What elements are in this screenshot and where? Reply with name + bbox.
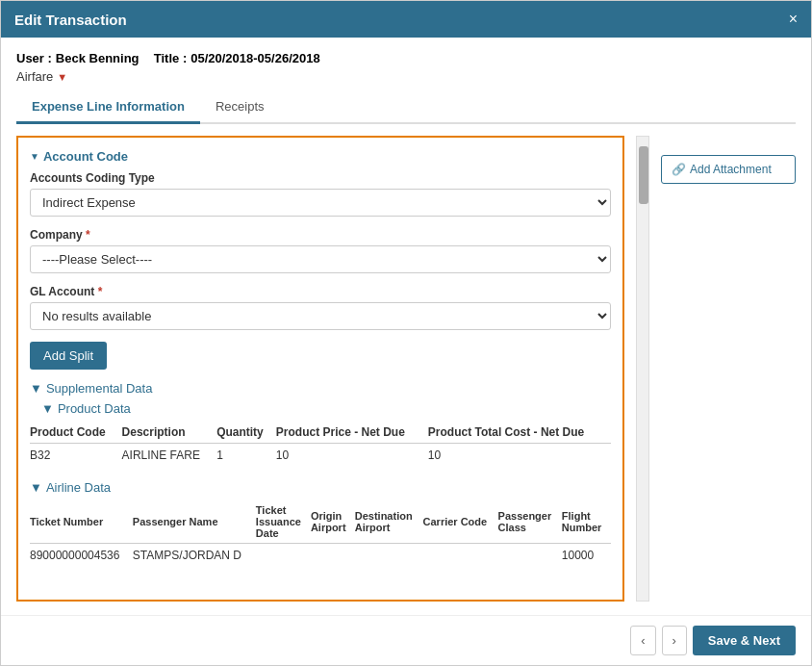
col-origin-airport: OriginAirport bbox=[311, 500, 355, 544]
col-ticket-number: Ticket Number bbox=[30, 500, 133, 544]
modal-header: Edit Transaction × bbox=[1, 1, 811, 38]
company-select[interactable]: ----Please Select---- bbox=[30, 245, 611, 273]
user-title-row: User : Beck Benning Title : 05/20/2018-0… bbox=[16, 51, 796, 65]
next-button[interactable]: › bbox=[662, 626, 687, 655]
add-split-button[interactable]: Add Split bbox=[30, 342, 107, 370]
company-label: Company * bbox=[30, 228, 611, 242]
modal-close-button[interactable]: × bbox=[789, 11, 798, 28]
add-attachment-label: Add Attachment bbox=[690, 163, 772, 176]
ticket-number-cell: 89000000004536 bbox=[30, 544, 133, 568]
modal-footer: ‹ › Save & Next bbox=[1, 615, 811, 665]
description-cell: AIRLINE FARE bbox=[122, 444, 217, 468]
airline-data-label: Airline Data bbox=[46, 480, 111, 495]
col-carrier-code: Carrier Code bbox=[423, 500, 498, 544]
passenger-class-cell bbox=[498, 544, 562, 568]
user-name: Beck Benning bbox=[56, 51, 140, 65]
col-description: Description bbox=[122, 422, 217, 444]
col-flight-number: FlightNumber bbox=[562, 500, 611, 544]
attachment-icon: 🔗 bbox=[672, 163, 686, 176]
airline-data-section-header: ▼ Airline Data bbox=[30, 480, 611, 495]
scroll-thumb[interactable] bbox=[639, 146, 648, 204]
airline-table-header-row: Ticket Number Passenger Name TicketIssua… bbox=[30, 500, 611, 544]
product-data-caret-icon: ▼ bbox=[41, 401, 54, 416]
product-code-cell: B32 bbox=[30, 444, 122, 468]
col-product-price: Product Price - Net Due bbox=[276, 422, 428, 444]
save-next-button[interactable]: Save & Next bbox=[693, 626, 796, 655]
content-area: ▼ Account Code Accounts Coding Type Indi… bbox=[16, 136, 796, 602]
gl-account-select[interactable]: No results available bbox=[30, 302, 611, 330]
scrollbar[interactable] bbox=[636, 136, 649, 602]
tab-receipts[interactable]: Receipts bbox=[200, 91, 280, 124]
col-product-total-cost: Product Total Cost - Net Due bbox=[428, 422, 611, 444]
origin-airport-cell bbox=[311, 544, 355, 568]
add-attachment-button[interactable]: 🔗 Add Attachment bbox=[661, 155, 796, 184]
supplemental-data-caret-icon: ▼ bbox=[30, 381, 42, 396]
supplemental-data-label: Supplemental Data bbox=[46, 381, 153, 396]
airline-data-table: Ticket Number Passenger Name TicketIssua… bbox=[30, 500, 611, 567]
tabs-container: Expense Line Information Receipts bbox=[16, 91, 796, 124]
account-code-label: Account Code bbox=[43, 149, 128, 164]
edit-transaction-modal: Edit Transaction × User : Beck Benning T… bbox=[0, 0, 812, 666]
category-label: Airfare bbox=[16, 69, 53, 84]
flight-number-cell: 10000 bbox=[562, 544, 611, 568]
modal-body: User : Beck Benning Title : 05/20/2018-0… bbox=[1, 38, 811, 615]
account-code-caret-icon: ▼ bbox=[30, 151, 39, 162]
accounts-coding-type-select[interactable]: Indirect Expense Direct Expense bbox=[30, 189, 611, 217]
gl-account-label: GL Account * bbox=[30, 285, 611, 298]
product-price-cell: 10 bbox=[276, 444, 428, 468]
quantity-cell: 1 bbox=[216, 444, 276, 468]
carrier-code-cell bbox=[423, 544, 498, 568]
passenger-name-cell: STAMPS/JORDAN D bbox=[133, 544, 256, 568]
col-quantity: Quantity bbox=[216, 422, 276, 444]
product-data-section-header: ▼ Product Data bbox=[41, 401, 611, 416]
supplemental-data-section-header: ▼ Supplemental Data bbox=[30, 381, 611, 396]
destination-airport-cell bbox=[355, 544, 423, 568]
title-value: 05/20/2018-05/26/2018 bbox=[190, 51, 319, 65]
product-table-header-row: Product Code Description Quantity Produc… bbox=[30, 422, 611, 444]
gl-account-required-marker: * bbox=[98, 285, 103, 298]
ticket-issuance-date-cell bbox=[256, 544, 311, 568]
account-code-section-header: ▼ Account Code bbox=[30, 149, 611, 164]
product-data-label: Product Data bbox=[58, 401, 131, 416]
col-product-code: Product Code bbox=[30, 422, 122, 444]
company-required-marker: * bbox=[86, 228, 90, 242]
prev-button[interactable]: ‹ bbox=[630, 626, 655, 655]
user-label: User : bbox=[16, 51, 52, 65]
product-data-table: Product Code Description Quantity Produc… bbox=[30, 422, 611, 467]
product-table-row: B32 AIRLINE FARE 1 10 10 bbox=[30, 444, 611, 468]
tab-expense-line[interactable]: Expense Line Information bbox=[16, 91, 200, 124]
airfare-row: Airfare ▼ bbox=[16, 69, 796, 84]
title-label: Title : bbox=[154, 51, 187, 65]
main-panel: ▼ Account Code Accounts Coding Type Indi… bbox=[16, 136, 624, 602]
gl-account-group: GL Account * No results available bbox=[30, 285, 611, 330]
airline-data-caret-icon: ▼ bbox=[30, 480, 42, 495]
accounts-coding-type-group: Accounts Coding Type Indirect Expense Di… bbox=[30, 171, 611, 217]
airline-table-row: 89000000004536 STAMPS/JORDAN D 10000 bbox=[30, 544, 611, 568]
accounts-coding-type-label: Accounts Coding Type bbox=[30, 171, 611, 185]
company-group: Company * ----Please Select---- bbox=[30, 228, 611, 273]
right-panel: 🔗 Add Attachment bbox=[661, 136, 796, 602]
col-ticket-issuance-date: TicketIssuanceDate bbox=[256, 500, 311, 544]
col-passenger-name: Passenger Name bbox=[133, 500, 256, 544]
airfare-caret-icon: ▼ bbox=[57, 71, 67, 83]
col-passenger-class: PassengerClass bbox=[498, 500, 562, 544]
col-destination-airport: DestinationAirport bbox=[355, 500, 423, 544]
modal-title: Edit Transaction bbox=[14, 12, 127, 28]
product-total-cost-cell: 10 bbox=[428, 444, 611, 468]
